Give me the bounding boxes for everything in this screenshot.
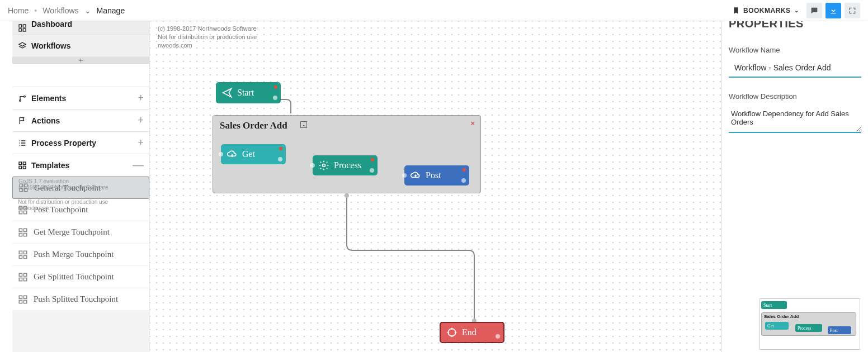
svg-rect-23 (24, 251, 27, 254)
node-port[interactable] (461, 178, 466, 183)
elements-label: Elements (31, 94, 66, 103)
bookmarks-label: BOOKMARKS (743, 7, 791, 15)
svg-rect-12 (20, 189, 22, 192)
node-port[interactable] (274, 85, 277, 89)
overview-minimap[interactable]: Start Sales Order Add Get Process Post (760, 298, 860, 350)
mini-group: Sales Order Add Get Process Post (761, 312, 856, 336)
sidebar-item-dashboard[interactable]: Dashboard (12, 21, 149, 35)
group-collapse-button[interactable]: - (300, 121, 307, 128)
sidebar-collapse-handle[interactable]: + (12, 57, 149, 64)
svg-rect-0 (19, 25, 22, 27)
sync-button[interactable] (825, 3, 841, 18)
svg-rect-18 (19, 229, 22, 231)
grid-icon (18, 272, 28, 282)
mini-node-get: Get (765, 322, 789, 330)
template-item-label: Get Merge Touchpoint (34, 227, 110, 237)
palette-section-elements[interactable]: Elements + (12, 87, 149, 110)
svg-rect-15 (24, 206, 27, 209)
palette-section-process-property[interactable]: Process Property + (12, 132, 149, 154)
breadcrumb-manage[interactable]: Manage (97, 6, 125, 15)
node-port[interactable] (310, 163, 315, 168)
flag-icon (18, 116, 27, 125)
node-start[interactable]: Start (216, 82, 281, 103)
workflow-description-input[interactable]: Workflow Dependency for Add Sales Orders (729, 106, 861, 133)
bookmark-icon (732, 7, 740, 15)
svg-rect-25 (24, 255, 27, 258)
node-port[interactable] (370, 168, 374, 173)
plus-icon: + (138, 115, 144, 126)
svg-rect-28 (19, 278, 22, 280)
main-area: Dashboard Workflows + Elements + Actions… (0, 21, 868, 352)
breadcrumb-home[interactable]: Home (8, 6, 29, 15)
breadcrumb-workflows[interactable]: Workflows (43, 6, 78, 15)
palette-section-templates[interactable]: Templates — (12, 154, 149, 177)
node-port[interactable] (371, 158, 374, 161)
fullscreen-button[interactable] (845, 3, 860, 18)
template-push-splitted-touchpoint[interactable]: Push Splitted Touchpoint (12, 288, 149, 311)
node-port[interactable] (219, 152, 223, 156)
breadcrumb-separator: • (34, 6, 37, 15)
template-item-label: Get Splitted Touchpoint (34, 272, 114, 282)
cloud-upload-icon (410, 170, 421, 181)
node-port[interactable] (463, 168, 466, 172)
workflow-name-input[interactable] (729, 60, 861, 78)
template-item-label: Push Merge Touchpoint (34, 250, 114, 259)
workflow-canvas[interactable]: (c) 1998-2017 Northwoods Software Not fo… (150, 21, 721, 352)
node-port[interactable] (279, 147, 282, 150)
comment-button[interactable] (806, 3, 822, 18)
templates-label: Templates (31, 161, 69, 170)
group-close-button[interactable]: × (470, 119, 475, 127)
download-icon (829, 6, 838, 15)
grid-icon (18, 227, 28, 237)
sidebar-item-workflows[interactable]: Workflows (12, 35, 149, 57)
node-post[interactable]: Post (404, 165, 469, 185)
node-port[interactable] (278, 157, 282, 161)
bookmarks-button[interactable]: BOOKMARKS ⌄ (728, 3, 803, 18)
actions-label: Actions (31, 116, 60, 125)
palette-section-actions[interactable]: Actions + (12, 110, 149, 132)
template-general-touchpoint[interactable]: GoJS 1.7 evaluation (c) 1998-2017 Northw… (12, 177, 149, 199)
template-get-splitted-touchpoint[interactable]: Get Splitted Touchpoint (12, 266, 149, 288)
svg-rect-14 (19, 206, 22, 209)
svg-rect-22 (19, 251, 22, 254)
svg-rect-8 (19, 166, 22, 169)
grid-icon (18, 250, 28, 260)
template-post-touchpoint[interactable]: Post Touchpoint (12, 199, 149, 221)
template-push-merge-touchpoint[interactable]: Push Merge Touchpoint (12, 244, 149, 266)
node-end-label: End (462, 327, 477, 337)
sidebar-workflows-label: Workflows (31, 41, 71, 50)
template-get-merge-touchpoint[interactable]: Get Merge Touchpoint (12, 221, 149, 244)
svg-point-36 (323, 164, 326, 167)
svg-point-34 (345, 193, 349, 198)
chevron-down-icon[interactable]: ⌄ (84, 6, 91, 15)
mini-node-process: Process (795, 324, 822, 332)
expand-icon (848, 6, 857, 15)
node-process[interactable]: Process (313, 155, 378, 175)
node-port[interactable] (496, 334, 500, 339)
svg-rect-27 (24, 273, 27, 276)
group-title: Sales Order Add (220, 120, 287, 131)
speech-bubble-icon (810, 6, 819, 15)
node-end[interactable]: End (440, 322, 504, 343)
cloud-download-icon (227, 149, 238, 160)
svg-rect-9 (23, 166, 26, 169)
breadcrumb: Home • Workflows ⌄ Manage (8, 6, 125, 15)
svg-rect-31 (24, 296, 27, 298)
template-item-label: Push Splitted Touchpoint (34, 294, 118, 304)
node-port[interactable] (273, 96, 277, 100)
grid-icon (18, 294, 28, 305)
chevron-down-icon: ⌄ (794, 7, 799, 13)
node-port[interactable] (402, 173, 407, 178)
template-item-label: General Touchpoint (34, 183, 101, 193)
sidebar: Dashboard Workflows + Elements + Actions… (12, 21, 150, 352)
process-property-label: Process Property (31, 139, 96, 148)
svg-rect-3 (23, 28, 26, 31)
left-gutter (0, 21, 12, 352)
svg-rect-30 (19, 296, 22, 298)
node-get[interactable]: Get (221, 144, 286, 164)
template-item-label: Post Touchpoint (34, 205, 88, 215)
svg-rect-7 (23, 162, 26, 165)
svg-rect-10 (20, 184, 22, 187)
svg-point-4 (20, 99, 21, 101)
template-icon (18, 161, 27, 170)
